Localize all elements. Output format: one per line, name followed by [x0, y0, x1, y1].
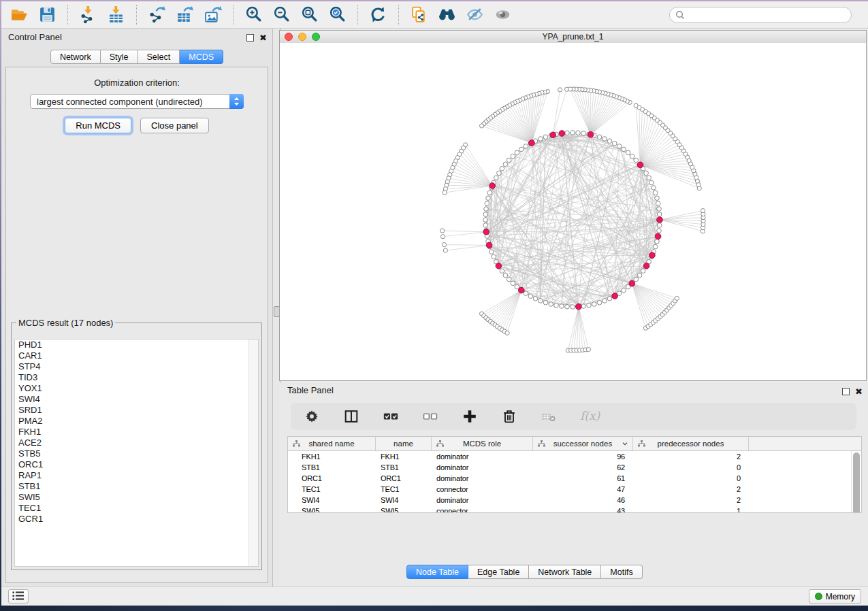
- network-node[interactable]: [441, 235, 445, 239]
- dominator-node[interactable]: [519, 287, 525, 293]
- result-scrollbar[interactable]: [248, 340, 258, 566]
- table-row[interactable]: SWI5SWI5connector431: [288, 506, 861, 513]
- cell[interactable]: ORC1: [288, 473, 376, 484]
- dominator-node[interactable]: [559, 131, 565, 137]
- result-node[interactable]: STB5: [15, 448, 258, 459]
- network-node[interactable]: [570, 305, 575, 310]
- network-node[interactable]: [483, 223, 488, 228]
- network-node[interactable]: [515, 284, 519, 289]
- network-node[interactable]: [565, 304, 570, 309]
- tab-select[interactable]: Select: [138, 50, 180, 64]
- network-node[interactable]: [500, 269, 504, 274]
- network-node[interactable]: [494, 176, 499, 180]
- table-scrollbar-thumb[interactable]: [853, 452, 860, 513]
- network-node[interactable]: [597, 135, 602, 139]
- export-network-button[interactable]: [145, 5, 169, 24]
- network-node[interactable]: [568, 87, 573, 91]
- dominator-node[interactable]: [637, 162, 643, 168]
- network-node[interactable]: [487, 191, 492, 195]
- network-node[interactable]: [655, 240, 660, 244]
- cell[interactable]: SWI5: [288, 506, 376, 513]
- network-node[interactable]: [505, 331, 509, 335]
- column-header-successor-nodes[interactable]: successor nodes: [533, 437, 633, 450]
- cell[interactable]: FKH1: [376, 451, 432, 462]
- memory-button[interactable]: Memory: [809, 589, 861, 604]
- network-node[interactable]: [492, 254, 496, 259]
- cell[interactable]: STB1: [376, 462, 432, 473]
- delete-column-button[interactable]: [498, 408, 520, 425]
- network-node[interactable]: [612, 142, 617, 146]
- cell[interactable]: SWI4: [288, 495, 376, 506]
- network-node[interactable]: [560, 304, 564, 309]
- cell[interactable]: 43: [533, 506, 633, 513]
- network-node[interactable]: [647, 176, 652, 180]
- result-node[interactable]: CAR1: [15, 350, 258, 361]
- network-node[interactable]: [528, 294, 533, 299]
- network-node[interactable]: [565, 131, 570, 135]
- network-node[interactable]: [586, 348, 590, 352]
- run-mcds-button[interactable]: Run MCDS: [65, 118, 131, 133]
- network-node[interactable]: [500, 167, 504, 171]
- dominator-node[interactable]: [629, 280, 635, 286]
- result-node[interactable]: STB1: [15, 481, 258, 492]
- network-node[interactable]: [653, 244, 658, 249]
- network-node[interactable]: [597, 300, 602, 305]
- dominator-node[interactable]: [489, 183, 496, 189]
- show-all-button[interactable]: [491, 5, 515, 24]
- cell[interactable]: 1: [633, 506, 749, 513]
- cell[interactable]: connector: [432, 506, 533, 513]
- result-node[interactable]: TEC1: [15, 503, 258, 514]
- network-node[interactable]: [581, 131, 586, 136]
- network-window-titlebar[interactable]: YPA_prune.txt_1: [280, 31, 866, 44]
- close-table-panel-icon[interactable]: ✖: [855, 387, 863, 396]
- network-node[interactable]: [634, 158, 639, 163]
- result-node[interactable]: FKH1: [15, 427, 258, 437]
- network-node[interactable]: [503, 273, 508, 278]
- dominator-node[interactable]: [588, 132, 594, 138]
- network-node[interactable]: [497, 171, 502, 176]
- tab-mcds[interactable]: MCDS: [180, 50, 223, 64]
- result-node[interactable]: TID3: [15, 372, 258, 383]
- network-node[interactable]: [630, 154, 634, 159]
- network-node[interactable]: [440, 229, 445, 233]
- network-node[interactable]: [489, 250, 494, 254]
- result-node[interactable]: SRD1: [15, 405, 258, 416]
- criterion-select[interactable]: largest connected component (undirected): [30, 94, 244, 109]
- network-node[interactable]: [558, 88, 562, 92]
- close-panel-button[interactable]: Close panel: [140, 118, 209, 133]
- zoom-fit-button[interactable]: [298, 5, 321, 24]
- network-node[interactable]: [484, 207, 489, 212]
- cell[interactable]: dominator: [432, 462, 533, 473]
- result-node[interactable]: ORC1: [15, 459, 258, 470]
- export-image-button[interactable]: [201, 5, 225, 24]
- network-node[interactable]: [507, 158, 511, 163]
- network-node[interactable]: [515, 150, 519, 155]
- dominator-node[interactable]: [483, 229, 489, 235]
- network-node[interactable]: [533, 297, 538, 301]
- float-panel-icon[interactable]: [246, 34, 254, 42]
- dominator-node[interactable]: [655, 233, 661, 240]
- network-node[interactable]: [657, 223, 662, 228]
- float-table-panel-icon[interactable]: [842, 388, 850, 395]
- network-node[interactable]: [649, 180, 654, 185]
- table-row[interactable]: STB1STB1dominator620: [288, 462, 861, 473]
- window-close-light[interactable]: [285, 33, 293, 41]
- network-node[interactable]: [657, 207, 662, 212]
- result-node[interactable]: GCR1: [15, 514, 258, 525]
- network-node[interactable]: [511, 154, 515, 159]
- table-row[interactable]: SWI4SWI4dominator462: [288, 495, 861, 506]
- deselect-all-button[interactable]: [419, 408, 441, 425]
- cell[interactable]: 47: [533, 484, 633, 495]
- dominator-node[interactable]: [576, 303, 582, 310]
- network-node[interactable]: [570, 131, 575, 135]
- copy-network-button[interactable]: [407, 5, 431, 24]
- function-builder-button[interactable]: f(x): [577, 415, 602, 418]
- cell[interactable]: dominator: [432, 495, 533, 506]
- network-node[interactable]: [634, 103, 638, 108]
- result-node[interactable]: ACE2: [15, 437, 258, 448]
- close-panel-icon[interactable]: ✖: [259, 33, 267, 42]
- network-node[interactable]: [549, 302, 553, 307]
- table-settings-button[interactable]: [301, 408, 323, 425]
- network-node[interactable]: [539, 299, 543, 303]
- result-node[interactable]: PMA2: [15, 416, 258, 427]
